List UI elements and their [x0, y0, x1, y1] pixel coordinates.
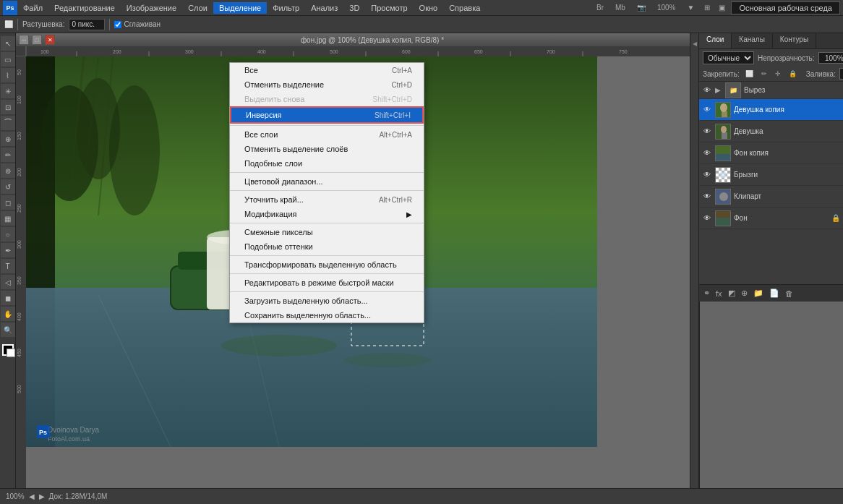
layer-eye-group[interactable]: 👁	[702, 85, 712, 95]
lock-image-icon[interactable]: ✏	[759, 69, 769, 79]
layer-eye-bg[interactable]: 👁	[702, 213, 712, 223]
layer-name-bg-copy: Фон копия	[734, 149, 840, 157]
fill-input[interactable]	[839, 68, 843, 80]
group-layers-icon[interactable]: 📁	[753, 289, 763, 298]
layer-item-bg[interactable]: 👁 Фон 🔒	[699, 208, 843, 229]
delete-layer-icon[interactable]: 🗑	[785, 289, 793, 298]
tool-text[interactable]: T	[1, 259, 15, 273]
tool-marquee[interactable]: ▭	[1, 52, 15, 67]
tool-magic-wand[interactable]: ✳	[1, 84, 15, 98]
layer-eye-bg-copy[interactable]: 👁	[702, 148, 712, 158]
menu-refine-edge[interactable]: Уточнить край... Alt+Ctrl+R	[230, 192, 424, 207]
tool-dodge[interactable]: ○	[1, 227, 15, 242]
tab-channels[interactable]: Каналы	[732, 33, 773, 48]
link-layers-icon[interactable]: ⚭	[703, 289, 710, 298]
smooth-checkbox[interactable]	[114, 21, 121, 28]
menu-reselect[interactable]: Выделить снова Shift+Ctrl+D	[230, 92, 424, 106]
menu-transform-selection[interactable]: Трансформировать выделенную область	[230, 257, 424, 272]
layer-eye-clipart[interactable]: 👁	[702, 192, 712, 202]
layer-name-group: Вырез	[744, 86, 840, 94]
menu-similar[interactable]: Подобные оттенки	[230, 239, 424, 254]
menu-load-selection[interactable]: Загрузить выделенную область...	[230, 294, 424, 308]
bg-color[interactable]	[7, 349, 15, 357]
layer-item-splash[interactable]: 👁 Брызги	[699, 164, 843, 186]
win-minimize[interactable]: ─	[19, 35, 29, 45]
menu-select-all[interactable]: Все Ctrl+A	[230, 63, 424, 77]
workspace-label[interactable]: Основная рабочая среда	[731, 1, 840, 14]
menu-select[interactable]: Выделение	[213, 2, 267, 14]
group-arrow[interactable]: ▶	[715, 86, 721, 94]
add-adjustment-icon[interactable]: ⊕	[741, 289, 748, 298]
menu-similar-layers[interactable]: Подобные слои	[230, 156, 424, 171]
layer-item-bg-copy[interactable]: 👁 Фон копия	[699, 142, 843, 164]
menu-deselect-layers[interactable]: Отменить выделение слоёв	[230, 142, 424, 156]
svg-rect-63	[716, 154, 730, 161]
tool-hand[interactable]: ✋	[1, 307, 15, 321]
tab-layers[interactable]: Слои	[699, 33, 732, 48]
tool-eyedropper[interactable]: ⁀	[1, 116, 15, 130]
tab-paths[interactable]: Контуры	[773, 33, 816, 48]
menu-help[interactable]: Справка	[443, 2, 486, 14]
svg-text:700: 700	[547, 49, 555, 54]
menu-color-range[interactable]: Цветовой диапазон...	[230, 174, 424, 189]
menu-deselect[interactable]: Отменить выделение Ctrl+D	[230, 77, 424, 92]
fill-label: Заливка:	[806, 70, 836, 78]
tool-shape[interactable]: ◼	[1, 291, 15, 305]
menu-edit[interactable]: Редактирование	[48, 2, 121, 14]
menu-window[interactable]: Окно	[414, 2, 444, 14]
layers-panel: Обычные Непрозрачность: Закрепить: ⬜ ✏ ✛…	[699, 49, 843, 504]
feather-input[interactable]	[69, 19, 105, 30]
tool-gradient[interactable]: ▦	[1, 211, 15, 226]
menu-save-selection[interactable]: Сохранить выделенную область...	[230, 308, 424, 323]
tool-pen[interactable]: ✒	[1, 243, 15, 257]
lock-position-icon[interactable]: ✛	[773, 69, 783, 79]
lock-pixels-icon[interactable]: ⬜	[743, 69, 756, 79]
menu-quick-mask[interactable]: Редактировать в режиме быстрой маски	[230, 276, 424, 290]
add-mask-icon[interactable]: ◩	[728, 289, 735, 298]
layer-eye-splash[interactable]: 👁	[702, 170, 712, 180]
toolbar-row: ⬜ Растушевка: Сглаживан	[0, 16, 843, 33]
fx-icon[interactable]: fx	[716, 289, 722, 298]
tool-move[interactable]: ↖	[1, 36, 15, 51]
opacity-input[interactable]	[818, 52, 843, 64]
panel-collapse[interactable]: ◀	[690, 33, 698, 504]
menu-filter[interactable]: Фильтр	[267, 2, 305, 14]
tool-path-select[interactable]: ◁	[1, 275, 15, 289]
blend-mode-select[interactable]: Обычные	[703, 51, 754, 64]
svg-text:100: 100	[40, 49, 49, 54]
tool-crop[interactable]: ⊡	[1, 100, 15, 114]
new-layer-icon[interactable]: 📄	[769, 289, 779, 298]
layer-item-girl-copy[interactable]: 👁 Девушка копия	[699, 99, 843, 121]
nav-prev[interactable]: ◀	[29, 492, 35, 500]
menu-file[interactable]: Файл	[17, 2, 48, 14]
layer-item-clipart[interactable]: 👁 Клипарт	[699, 186, 843, 208]
tool-lasso[interactable]: ⌇	[1, 68, 15, 82]
layer-item-girl[interactable]: 👁 Девушка	[699, 121, 843, 142]
menu-image[interactable]: Изображение	[121, 2, 182, 14]
lock-all-icon[interactable]: 🔒	[787, 69, 799, 79]
menu-grow[interactable]: Смежные пикселы	[230, 225, 424, 239]
svg-rect-19	[16, 56, 26, 488]
menu-all-layers[interactable]: Все слои Alt+Ctrl+A	[230, 127, 424, 142]
tool-eraser[interactable]: ◻	[1, 195, 15, 210]
layer-eye-girl-copy[interactable]: 👁	[702, 105, 712, 115]
tool-spot-heal[interactable]: ⊕	[1, 132, 15, 146]
menu-modify[interactable]: Модификация ▶	[230, 207, 424, 221]
win-maximize[interactable]: □	[32, 35, 42, 45]
zoom-dropdown[interactable]: ▼	[682, 4, 698, 12]
svg-text:Ps: Ps	[39, 429, 47, 436]
tool-zoom[interactable]: 🔍	[1, 323, 15, 337]
tool-clone[interactable]: ⊚	[1, 163, 15, 178]
fg-color[interactable]	[2, 344, 14, 356]
menu-view[interactable]: Просмотр	[365, 2, 413, 14]
layer-eye-girl[interactable]: 👁	[702, 127, 712, 137]
menu-3d[interactable]: 3D	[343, 2, 365, 14]
menu-layer[interactable]: Слои	[182, 2, 213, 14]
tool-brush[interactable]: ✏	[1, 148, 15, 162]
tool-history-brush[interactable]: ↺	[1, 179, 15, 194]
menu-analyze[interactable]: Анализ	[305, 2, 343, 14]
menu-inverse[interactable]: Инверсия Shift+Ctrl+I	[230, 106, 424, 124]
layer-group-cut[interactable]: 👁 ▶ 📁 Вырез	[699, 82, 843, 99]
win-close[interactable]: ✕	[45, 35, 55, 45]
nav-next[interactable]: ▶	[39, 492, 45, 500]
